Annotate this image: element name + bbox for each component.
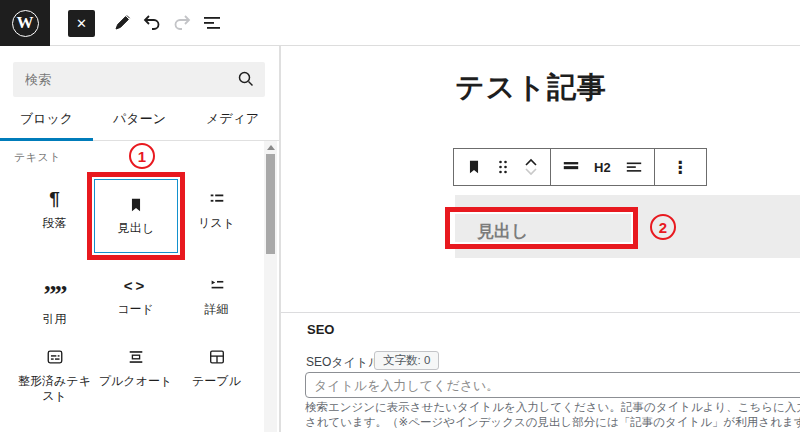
tab-media[interactable]: メディア — [186, 97, 279, 140]
drag-handle[interactable] — [497, 159, 509, 175]
sidebar-scrollbar-track[interactable] — [264, 141, 277, 432]
inserter-tabs: ブロック パターン メディア — [0, 97, 279, 141]
redo-icon — [171, 12, 193, 34]
align-left-icon — [625, 158, 643, 176]
list-view-button[interactable] — [200, 11, 224, 35]
seo-panel-divider — [281, 312, 800, 313]
block-search-box — [13, 62, 265, 97]
options-kebab-button[interactable]: ⋮ — [666, 157, 695, 178]
undo-button[interactable] — [140, 11, 164, 35]
block-item-quote[interactable]: ”” 引用 — [14, 272, 95, 327]
block-toolbar-group-more: ⋮ — [654, 149, 706, 185]
seo-help-text-line2: されています。（※ページやインデックスの見出し部分には「記事のタイトル」が利用さ… — [305, 415, 800, 430]
heading-level-h2-button[interactable]: H2 — [594, 160, 611, 175]
quote-icon: ”” — [44, 282, 66, 308]
block-inserter-sidebar: ブロック パターン メディア テキスト ¶ 段落 見出し 1 リスト ”” 引用 — [0, 46, 281, 432]
scrollbar-up-arrow[interactable] — [267, 145, 275, 150]
list-icon — [208, 186, 226, 212]
redo-button[interactable] — [170, 11, 194, 35]
block-item-pullquote[interactable]: プルクオート — [95, 344, 176, 389]
close-inserter-button[interactable]: ✕ — [68, 10, 95, 37]
details-icon — [208, 272, 226, 298]
heading-block-switcher-button[interactable] — [465, 158, 483, 176]
annotation-red-frame-2: 見出し — [445, 207, 638, 249]
block-item-details[interactable]: 詳細 — [176, 272, 257, 317]
heading-bookmark-icon — [127, 196, 145, 214]
block-item-code[interactable]: <> コード — [95, 272, 176, 317]
tab-blocks[interactable]: ブロック — [0, 97, 93, 140]
sidebar-scrollbar-thumb[interactable] — [266, 154, 275, 254]
block-item-heading[interactable]: 見出し — [94, 179, 178, 253]
block-item-table[interactable]: テーブル — [176, 344, 257, 389]
block-item-paragraph[interactable]: ¶ 段落 — [14, 186, 95, 231]
block-toolbar-group-format: H2 — [550, 149, 654, 185]
wordpress-logo-button[interactable]: W — [0, 0, 50, 46]
heading-level-icon-button[interactable] — [562, 158, 580, 176]
move-down-button[interactable] — [523, 167, 539, 177]
seo-help-text-line1: 検索エンジンに表示させたいタイトルを入力してください。記事のタイトルより、こちら… — [305, 400, 800, 415]
drag-dots-icon — [497, 159, 509, 175]
block-toolbar: H2 ⋮ — [453, 148, 707, 186]
pencil-icon — [112, 13, 132, 33]
edit-pencil-button[interactable] — [110, 11, 134, 35]
close-icon: ✕ — [76, 16, 87, 31]
preformatted-icon — [46, 344, 64, 370]
undo-icon — [141, 12, 163, 34]
seo-title-input[interactable] — [305, 372, 800, 398]
table-icon — [208, 344, 226, 370]
annotation-red-frame-1: 見出し — [87, 172, 185, 260]
editor-top-bar: W ✕ — [0, 0, 800, 46]
search-icon — [237, 70, 255, 88]
char-count-badge: 文字数: 0 — [374, 351, 439, 370]
annotation-step-2-badge: 2 — [650, 214, 676, 240]
block-item-list[interactable]: リスト — [176, 186, 257, 231]
text-align-button[interactable] — [625, 158, 643, 176]
wordpress-logo-icon: W — [12, 10, 39, 37]
annotation-step-1-badge: 1 — [129, 143, 155, 169]
tab-patterns[interactable]: パターン — [93, 97, 186, 140]
heading-placeholder-text[interactable]: 見出し — [477, 220, 528, 243]
block-search-input[interactable] — [13, 62, 265, 97]
category-label-text: テキスト — [14, 150, 61, 165]
block-item-preformatted[interactable]: 整形済みテキスト — [14, 344, 95, 404]
seo-title-field-label: SEOタイトル — [306, 354, 380, 371]
heading-bookmark-icon — [465, 158, 483, 176]
paragraph-icon: ¶ — [49, 186, 60, 212]
thick-lines-icon — [562, 158, 580, 176]
code-icon: <> — [124, 272, 148, 298]
seo-section-title: SEO — [307, 322, 334, 337]
move-up-button[interactable] — [523, 157, 539, 167]
pullquote-icon — [127, 344, 145, 370]
post-title-input[interactable]: テスト記事 — [455, 68, 607, 108]
list-view-icon — [202, 13, 222, 33]
block-toolbar-group-move — [454, 149, 550, 185]
